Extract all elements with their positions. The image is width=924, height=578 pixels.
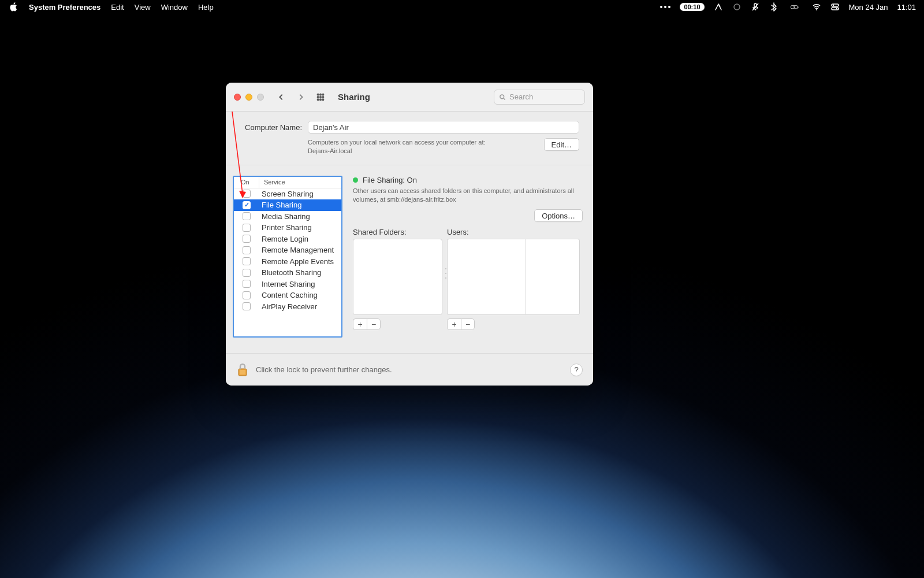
svg-point-13: [318, 96, 319, 97]
edit-hostname-button[interactable]: Edit…: [544, 138, 579, 151]
menu-edit[interactable]: Edit: [111, 3, 124, 12]
lock-text: Click the lock to prevent further change…: [256, 365, 392, 374]
svg-point-5: [816, 9, 817, 10]
svg-point-0: [734, 4, 740, 10]
mic-muted-icon[interactable]: [751, 2, 760, 12]
svg-point-11: [320, 94, 321, 95]
svg-point-17: [320, 99, 321, 100]
add-folder-button[interactable]: +: [353, 318, 367, 330]
help-button[interactable]: ?: [570, 364, 583, 376]
remove-user-button[interactable]: −: [461, 318, 475, 330]
lock-icon[interactable]: [236, 362, 249, 377]
add-user-button[interactable]: +: [447, 318, 461, 330]
svg-line-20: [504, 98, 505, 99]
service-row-screen-sharing[interactable]: Screen Sharing: [234, 188, 341, 200]
computer-name-label: Computer Name:: [240, 123, 302, 132]
app-status-icon[interactable]: [714, 2, 723, 12]
svg-point-10: [318, 94, 319, 95]
traffic-lights: [234, 94, 264, 101]
service-checkbox[interactable]: [243, 257, 251, 265]
search-placeholder: Search: [509, 92, 533, 101]
service-label: AirPlay Receiver: [259, 302, 341, 311]
service-row-airplay-receiver[interactable]: AirPlay Receiver: [234, 301, 341, 313]
menu-window[interactable]: Window: [161, 3, 188, 12]
shared-folders-label: Shared Folders:: [353, 228, 442, 236]
circle-status-icon[interactable]: [732, 2, 742, 12]
service-label: Remote Login: [259, 235, 341, 243]
service-checkbox[interactable]: [243, 291, 251, 299]
svg-point-8: [832, 5, 833, 6]
forward-button: [294, 90, 308, 104]
service-row-remote-apple-events[interactable]: Remote Apple Events: [234, 256, 341, 268]
remove-folder-button[interactable]: −: [367, 318, 381, 330]
users-label: Users:: [447, 228, 580, 236]
svg-point-19: [500, 94, 504, 98]
status-dot-icon: [353, 177, 358, 183]
service-row-printer-sharing[interactable]: Printer Sharing: [234, 222, 341, 234]
apple-menu-icon[interactable]: [9, 2, 18, 12]
window-toolbar: Sharing Search: [226, 83, 593, 112]
service-checkbox[interactable]: [243, 235, 251, 243]
service-row-internet-sharing[interactable]: Internet Sharing: [234, 279, 341, 290]
menubar-time[interactable]: 11:01: [897, 3, 916, 12]
service-label: Printer Sharing: [259, 223, 341, 232]
svg-point-15: [322, 96, 323, 97]
wifi-icon[interactable]: [812, 2, 821, 12]
service-label: Content Caching: [259, 291, 341, 299]
service-row-bluetooth-sharing[interactable]: Bluetooth Sharing: [234, 267, 341, 279]
service-row-content-caching[interactable]: Content Caching: [234, 290, 341, 301]
col-header-service[interactable]: Service: [259, 177, 341, 188]
service-label: Remote Apple Events: [259, 257, 341, 266]
window-footer: Click the lock to prevent further change…: [226, 353, 593, 386]
service-checkbox[interactable]: [243, 246, 251, 254]
column-resize-handle[interactable]: [445, 268, 447, 279]
svg-rect-22: [240, 370, 245, 375]
control-center-icon[interactable]: [830, 2, 840, 12]
svg-point-14: [320, 96, 321, 97]
options-button[interactable]: Options…: [534, 209, 583, 222]
show-all-button[interactable]: [314, 90, 327, 104]
search-field[interactable]: Search: [494, 90, 585, 105]
svg-point-9: [836, 8, 837, 9]
minimize-button[interactable]: [245, 94, 252, 101]
service-checkbox[interactable]: [243, 269, 251, 277]
computer-name-desc: Computers on your local network can acce…: [308, 138, 538, 155]
service-checkbox[interactable]: ✓: [243, 201, 251, 209]
menu-help[interactable]: Help: [198, 3, 214, 12]
service-row-file-sharing[interactable]: ✓File Sharing: [234, 199, 341, 211]
svg-point-16: [318, 99, 319, 100]
status-title: File Sharing: On: [363, 176, 417, 184]
timer-pill[interactable]: 00:10: [680, 3, 704, 11]
computer-name-section: Computer Name: Dejan's Air Computers on …: [226, 112, 593, 165]
users-list[interactable]: [447, 239, 525, 315]
computer-name-field[interactable]: Dejan's Air: [308, 121, 579, 134]
back-button[interactable]: [274, 90, 288, 104]
service-checkbox[interactable]: [243, 212, 251, 220]
menu-view[interactable]: View: [135, 3, 151, 12]
shared-folders-list[interactable]: [353, 239, 442, 315]
col-header-on[interactable]: On: [234, 177, 259, 188]
close-button[interactable]: [234, 94, 241, 101]
service-row-remote-management[interactable]: Remote Management: [234, 244, 341, 256]
service-checkbox[interactable]: [243, 280, 251, 288]
service-label: Internet Sharing: [259, 280, 341, 288]
app-name[interactable]: System Preferences: [29, 3, 100, 12]
bluetooth-icon[interactable]: [769, 2, 778, 12]
service-checkbox[interactable]: [243, 302, 251, 310]
window-title: Sharing: [338, 92, 370, 102]
service-checkbox[interactable]: [243, 224, 251, 232]
service-row-media-sharing[interactable]: Media Sharing: [234, 211, 341, 223]
search-icon: [499, 94, 506, 101]
zoom-button[interactable]: [257, 94, 264, 101]
service-label: Media Sharing: [259, 212, 341, 221]
service-detail-panel: File Sharing: On Other users can access …: [353, 176, 583, 346]
system-preferences-window: Sharing Search Computer Name: Dejan's Ai…: [226, 83, 593, 386]
service-row-remote-login[interactable]: Remote Login: [234, 234, 341, 245]
sharing-main: On Service Screen Sharing✓File SharingMe…: [226, 165, 593, 353]
battery-icon[interactable]: [788, 2, 803, 12]
overflow-menu-icon[interactable]: [660, 6, 670, 8]
permissions-list[interactable]: [525, 239, 580, 315]
services-list[interactable]: On Service Screen Sharing✓File SharingMe…: [233, 176, 342, 338]
menubar-date[interactable]: Mon 24 Jan: [849, 3, 888, 12]
service-checkbox[interactable]: [243, 190, 251, 198]
